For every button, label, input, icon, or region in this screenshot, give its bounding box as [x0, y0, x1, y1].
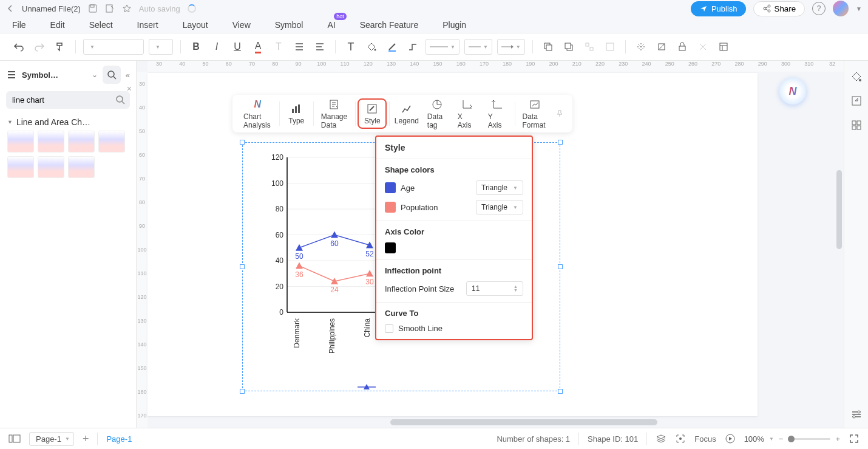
- data-tag-button[interactable]: Data tag: [422, 95, 452, 132]
- back-layer-icon[interactable]: [561, 39, 577, 55]
- series-color-swatch[interactable]: [385, 182, 396, 193]
- fill-icon[interactable]: [364, 39, 379, 55]
- focus-icon[interactable]: [675, 433, 686, 444]
- page-tab[interactable]: Page-1: [106, 434, 132, 444]
- menu-plugin[interactable]: Plugin: [442, 20, 466, 30]
- fullscreen-icon[interactable]: [849, 433, 860, 444]
- y-axis-button[interactable]: Y Axis: [483, 95, 512, 132]
- canvas-page[interactable]: N Chart Analysis Type Manage Data: [147, 73, 758, 416]
- italic-icon[interactable]: I: [209, 39, 225, 55]
- back-icon[interactable]: [6, 4, 15, 13]
- undo-icon[interactable]: [11, 39, 27, 55]
- resize-handle[interactable]: [558, 264, 563, 269]
- settings-panel-icon[interactable]: [849, 407, 864, 422]
- ai-assistant-button[interactable]: N: [779, 78, 806, 105]
- menu-layout[interactable]: Layout: [183, 20, 208, 30]
- menu-search[interactable]: Search Feature: [360, 20, 419, 30]
- present-icon[interactable]: [725, 433, 736, 444]
- arrow-select[interactable]: ▼: [497, 39, 525, 55]
- library-name[interactable]: Symbol…: [22, 70, 87, 80]
- chart-thumb[interactable]: [38, 131, 64, 153]
- menu-symbol[interactable]: Symbol: [275, 20, 303, 30]
- menu-ai[interactable]: AI hot: [327, 20, 335, 30]
- category-line-area[interactable]: ▼ Line and Area Ch…: [0, 111, 136, 131]
- zoom-out-icon[interactable]: −: [779, 434, 784, 444]
- export-panel-icon[interactable]: [849, 94, 864, 108]
- search-toggle-icon[interactable]: [103, 66, 121, 84]
- chart-thumb[interactable]: [68, 131, 95, 153]
- chart-thumb[interactable]: [7, 131, 34, 153]
- zoom-in-icon[interactable]: +: [835, 434, 840, 444]
- font-family-select[interactable]: ▼: [83, 39, 144, 55]
- chart-type-button[interactable]: Type: [282, 100, 311, 128]
- chart-thumb[interactable]: [7, 156, 34, 178]
- line-color-icon[interactable]: [384, 39, 400, 55]
- chart-thumb[interactable]: [68, 156, 95, 178]
- axis-color-swatch[interactable]: [385, 242, 396, 253]
- data-format-button[interactable]: Data Format: [517, 95, 552, 132]
- library-caret-icon[interactable]: ⌄: [92, 70, 98, 79]
- highlight-icon[interactable]: T: [271, 39, 287, 55]
- ungroup-icon[interactable]: [602, 39, 618, 55]
- chart-thumb[interactable]: [38, 156, 64, 178]
- resize-handle[interactable]: [558, 389, 563, 394]
- resize-handle[interactable]: [240, 389, 245, 394]
- manage-data-button[interactable]: Manage Data: [316, 95, 353, 132]
- focus-label[interactable]: Focus: [694, 434, 716, 444]
- lock-icon[interactable]: [674, 39, 690, 55]
- font-color-icon[interactable]: A: [250, 39, 266, 55]
- valign-icon[interactable]: [312, 39, 328, 55]
- clear-search-icon[interactable]: ×: [127, 84, 132, 94]
- line-style-select[interactable]: ▼: [426, 39, 459, 55]
- align-icon[interactable]: [291, 39, 307, 55]
- user-caret-icon[interactable]: ▼: [856, 5, 862, 12]
- zoom-value[interactable]: 100%: [744, 434, 764, 444]
- grid-panel-icon[interactable]: [849, 118, 864, 132]
- resize-handle[interactable]: [558, 140, 563, 145]
- chart-thumb[interactable]: [98, 131, 125, 153]
- vertical-scrollbar[interactable]: [836, 170, 842, 249]
- marker-shape-select[interactable]: Triangle▼: [476, 180, 523, 195]
- effects-icon[interactable]: [633, 39, 649, 55]
- save-icon[interactable]: [88, 4, 98, 13]
- legend-button[interactable]: Legend: [392, 100, 421, 128]
- line-weight-select[interactable]: ▼: [464, 39, 492, 55]
- x-axis-button[interactable]: X Axis: [453, 95, 482, 132]
- resize-handle[interactable]: [240, 140, 245, 145]
- avatar[interactable]: [833, 1, 849, 16]
- collapse-panel-icon[interactable]: «: [126, 70, 130, 80]
- text-tool-icon[interactable]: T: [343, 39, 359, 55]
- horizontal-scrollbar[interactable]: [390, 419, 657, 425]
- group-icon[interactable]: [581, 39, 597, 55]
- marker-shape-select[interactable]: Triangle▼: [476, 200, 523, 214]
- library-icon[interactable]: [6, 69, 17, 80]
- page-select[interactable]: Page-1▼: [29, 432, 74, 446]
- smooth-line-checkbox[interactable]: Smooth Line: [385, 324, 523, 333]
- edit-icon[interactable]: [105, 4, 115, 13]
- star-icon[interactable]: [122, 4, 132, 13]
- series-color-swatch[interactable]: [385, 202, 396, 213]
- layers-icon[interactable]: [656, 433, 666, 444]
- file-title[interactable]: Unnamed File(2): [22, 4, 81, 13]
- menu-file[interactable]: File: [12, 20, 26, 30]
- inflection-size-input[interactable]: 11 ▲▼: [466, 281, 523, 296]
- layout-icon[interactable]: [716, 39, 731, 55]
- add-page-icon[interactable]: +: [83, 433, 89, 445]
- chart-style-button[interactable]: Style: [358, 98, 387, 129]
- fill-panel-icon[interactable]: [849, 69, 864, 84]
- menu-edit[interactable]: Edit: [50, 20, 65, 30]
- help-icon[interactable]: ?: [812, 2, 826, 15]
- tools-icon[interactable]: [695, 39, 711, 55]
- font-size-select[interactable]: ▼: [149, 39, 173, 55]
- menu-select[interactable]: Select: [89, 20, 113, 30]
- symbol-search-input[interactable]: [6, 91, 130, 109]
- front-icon[interactable]: [540, 39, 556, 55]
- connector-icon[interactable]: [405, 39, 421, 55]
- menu-view[interactable]: View: [232, 20, 251, 30]
- resize-handle[interactable]: [240, 264, 245, 269]
- chart-analysis-button[interactable]: N Chart Analysis: [239, 95, 277, 132]
- bold-icon[interactable]: B: [188, 39, 204, 55]
- crop-icon[interactable]: [654, 39, 670, 55]
- pin-icon[interactable]: [553, 107, 566, 120]
- redo-icon[interactable]: [32, 39, 47, 55]
